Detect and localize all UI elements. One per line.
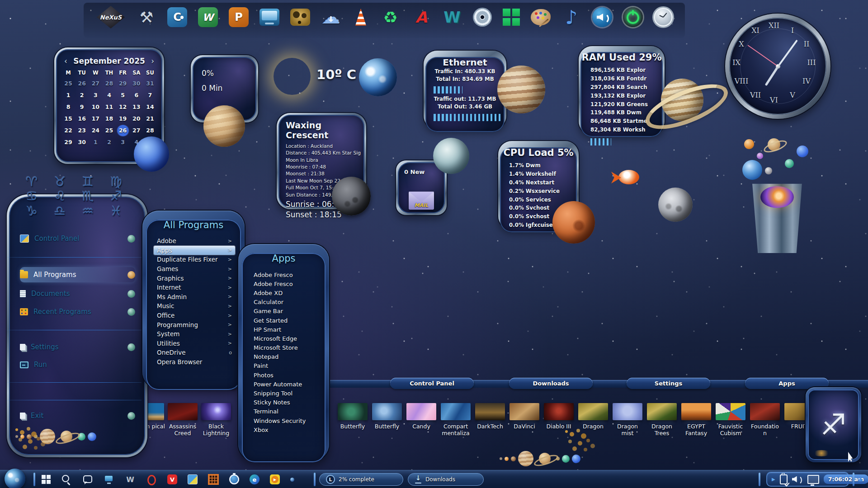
- wallpaper-compartmentaliza[interactable]: Compart mentaliza: [439, 403, 472, 437]
- display-settings-icon[interactable]: [259, 9, 279, 26]
- app-menu-item[interactable]: Adobe Fresco: [254, 270, 319, 279]
- wondershare-icon[interactable]: W: [198, 7, 218, 27]
- calendar-day[interactable]: 9: [75, 101, 89, 113]
- wallpaper-butterfly[interactable]: Butterfly: [336, 403, 369, 437]
- calendar-day[interactable]: 16: [75, 113, 89, 125]
- winstep-tools-icon[interactable]: ⚒: [137, 7, 156, 27]
- program-item-utilities[interactable]: Utilities >: [154, 339, 235, 348]
- cubase-icon[interactable]: C: [167, 7, 187, 27]
- calendar-day[interactable]: 26: [75, 78, 89, 89]
- app-menu-item[interactable]: Paint: [254, 361, 319, 371]
- calendar-day[interactable]: 6: [130, 89, 143, 101]
- taskbar-chat-icon[interactable]: [82, 474, 93, 485]
- calendar-day[interactable]: 29: [116, 78, 130, 89]
- calendar-day[interactable]: 21: [143, 113, 157, 125]
- calendar-day[interactable]: 14: [143, 101, 157, 113]
- calendar-day[interactable]: 2: [75, 89, 89, 101]
- wallpaper-diablo-iii[interactable]: Diablo III: [542, 403, 575, 437]
- calendar-day[interactable]: 15: [61, 113, 75, 125]
- taskbar-vivaldi-icon[interactable]: V: [167, 474, 177, 484]
- calendar-day[interactable]: 22: [61, 125, 75, 136]
- program-item-opera-browser[interactable]: Opera Browser: [154, 357, 235, 367]
- program-item-office[interactable]: Office >: [154, 311, 235, 320]
- calendar-day[interactable]: 27: [89, 78, 102, 89]
- volume-icon[interactable]: [592, 7, 612, 27]
- start-button-earth[interactable]: [5, 469, 25, 488]
- calendar-day[interactable]: 30: [75, 136, 89, 148]
- calendar-day[interactable]: 3: [116, 136, 130, 148]
- app-menu-item[interactable]: Xbox: [254, 425, 319, 434]
- app-menu-item[interactable]: Game Bar: [254, 307, 319, 316]
- app-menu-item[interactable]: Adobe Fresco: [254, 279, 319, 288]
- menu-item-run[interactable]: Run: [20, 357, 135, 372]
- taskbar-opera-icon[interactable]: [146, 474, 157, 485]
- tray-volume-icon[interactable]: [792, 475, 803, 484]
- acrobat-reader-icon[interactable]: A: [411, 7, 431, 27]
- taskbar-photos-icon[interactable]: [188, 474, 198, 484]
- taskbar-edge-icon[interactable]: e: [250, 474, 259, 484]
- app-menu-item[interactable]: Sticky Notes: [254, 398, 319, 407]
- wallpaper-butterfly-2[interactable]: Butterfly: [371, 403, 403, 437]
- dvd-disc-icon[interactable]: [473, 8, 492, 27]
- app-menu-item[interactable]: Microsoft Edge: [254, 334, 319, 343]
- cloud-download-icon[interactable]: ☁: [321, 7, 341, 27]
- film-projector-icon[interactable]: [290, 9, 310, 26]
- mail-envelope-icon[interactable]: MAIL: [409, 192, 434, 210]
- app-menu-item[interactable]: Adobe XD: [254, 288, 319, 297]
- wallpaper-dragon[interactable]: Dragon: [577, 403, 609, 437]
- app-menu-item[interactable]: Power Automate: [254, 380, 319, 389]
- music-note-icon[interactable]: ♪: [561, 7, 581, 27]
- tray-up-arrow[interactable]: ▲: [858, 475, 863, 482]
- calendar-day[interactable]: 31: [143, 78, 157, 89]
- wallpaper-davinci[interactable]: DaVinci: [508, 403, 541, 437]
- calendar-day[interactable]: 10: [89, 101, 102, 113]
- app-menu-item[interactable]: Notepad: [254, 352, 319, 361]
- wallpaper-darktech[interactable]: DarkTech: [474, 403, 506, 437]
- wallpaper-black-lightning[interactable]: Black Lightning: [200, 403, 232, 437]
- paint-palette-icon[interactable]: [531, 9, 551, 25]
- menu-item-recent-programs[interactable]: Recent Programs: [20, 304, 135, 319]
- pdfelement-icon[interactable]: P: [229, 7, 249, 27]
- windows-icon[interactable]: [503, 9, 520, 26]
- program-item-apps[interactable]: Apps >: [154, 246, 235, 255]
- app-menu-item[interactable]: Snipping Tool: [254, 389, 319, 398]
- usb-device-icon[interactable]: [780, 474, 788, 484]
- tray-expand-icon[interactable]: ▶: [772, 477, 775, 482]
- app-menu-item[interactable]: Microsoft Store: [254, 343, 319, 352]
- calendar-day[interactable]: 5: [116, 89, 130, 101]
- alarm-clock-icon[interactable]: [654, 8, 673, 27]
- calendar-day[interactable]: 3: [89, 89, 102, 101]
- calendar-day[interactable]: 27: [130, 125, 143, 136]
- wallpaper-foundation[interactable]: Foundatio n: [749, 403, 781, 437]
- menu-item-exit[interactable]: Exit: [20, 408, 135, 423]
- taskbar-monitor-icon[interactable]: [104, 474, 114, 485]
- nexus-dock-icon[interactable]: NeXuS: [96, 6, 126, 28]
- calendar-day[interactable]: 28: [102, 78, 116, 89]
- calendar-day[interactable]: 7: [143, 89, 157, 101]
- power-icon[interactable]: [623, 7, 643, 27]
- program-item-music[interactable]: Music >: [154, 301, 235, 311]
- calendar-day[interactable]: 12: [116, 101, 130, 113]
- calendar-day[interactable]: 20: [130, 113, 143, 125]
- calendar-day[interactable]: 29: [61, 136, 75, 148]
- app-menu-item[interactable]: Get Started: [254, 316, 319, 325]
- taskbar-dot-icon[interactable]: [290, 478, 294, 482]
- network-cables-icon[interactable]: ♻: [381, 7, 401, 27]
- menu-item-settings[interactable]: Settings: [20, 339, 135, 355]
- program-item-graphics[interactable]: Graphics >: [154, 273, 235, 283]
- menu-item-control-panel[interactable]: Control Panel: [20, 231, 135, 246]
- wallpaper-dragon-trees[interactable]: Dragon Trees: [646, 403, 678, 437]
- calendar-day[interactable]: 13: [130, 101, 143, 113]
- taskbar-media-play-icon[interactable]: ▶: [270, 474, 280, 484]
- app-menu-item[interactable]: HP Smart: [254, 325, 319, 334]
- calendar-day[interactable]: 19: [116, 113, 130, 125]
- menu-item-all-programs[interactable]: All Programs: [20, 267, 135, 282]
- calendar-day[interactable]: 28: [143, 125, 157, 136]
- wallpaper-assassins-creed[interactable]: Assassins Creed: [166, 403, 199, 437]
- program-item-internet[interactable]: Internet >: [154, 283, 235, 292]
- calendar-day[interactable]: 2: [102, 136, 116, 148]
- calendar-day[interactable]: 1: [89, 136, 102, 148]
- calendar-day[interactable]: 4: [102, 89, 116, 101]
- calendar-next-button[interactable]: ›: [151, 56, 154, 66]
- app-menu-item[interactable]: Terminal: [254, 407, 319, 416]
